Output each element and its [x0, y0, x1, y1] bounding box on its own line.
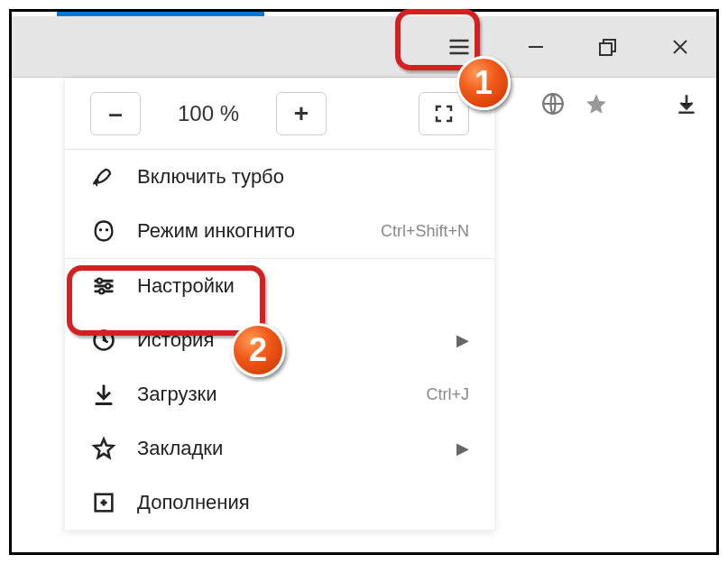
shortcut: Ctrl+J	[426, 385, 469, 404]
svg-point-3	[99, 228, 103, 232]
globe-icon[interactable]	[541, 92, 565, 119]
rocket-icon	[90, 163, 117, 190]
chevron-right-icon: ▶	[456, 439, 469, 458]
svg-rect-1	[600, 43, 612, 55]
close-icon	[669, 36, 691, 58]
fullscreen-button[interactable]	[419, 92, 469, 135]
menu-label: Загрузки	[137, 383, 406, 406]
bookmark-star-icon[interactable]	[585, 92, 608, 119]
menu-item-turbo[interactable]: Включить турбо	[65, 150, 494, 204]
zoom-level: 100 %	[150, 101, 267, 126]
history-icon	[90, 327, 117, 354]
minimize-icon	[525, 36, 547, 58]
menu-label: Включить турбо	[137, 165, 469, 189]
window-titlebar	[12, 16, 716, 78]
svg-point-6	[106, 283, 110, 288]
fullscreen-icon	[433, 103, 455, 125]
svg-point-7	[99, 289, 104, 293]
shortcut: Ctrl+Shift+N	[381, 222, 469, 241]
settings-icon	[90, 273, 117, 300]
menu-item-incognito[interactable]: Режим инкогнито Ctrl+Shift+N	[65, 204, 494, 258]
menu-label: Дополнения	[137, 491, 469, 514]
minimize-button[interactable]	[500, 16, 572, 78]
main-menu-dropdown: – 100 % + Включить турбо Режим инкогнито…	[64, 78, 495, 531]
star-icon	[90, 435, 117, 462]
zoom-out-button[interactable]: –	[90, 92, 141, 135]
maximize-button[interactable]	[572, 16, 644, 78]
menu-item-settings[interactable]: Настройки	[65, 259, 494, 313]
menu-label: Режим инкогнито	[137, 219, 361, 243]
incognito-icon	[90, 217, 117, 245]
menu-item-addons[interactable]: Дополнения	[65, 476, 494, 530]
menu-label: Настройки	[137, 274, 469, 298]
zoom-in-button[interactable]: +	[276, 92, 327, 135]
menu-item-downloads[interactable]: Загрузки Ctrl+J	[65, 367, 494, 421]
addons-icon	[90, 489, 117, 516]
menu-item-history[interactable]: История ▶	[65, 313, 494, 367]
zoom-controls: – 100 % +	[65, 79, 494, 149]
svg-point-4	[106, 228, 109, 232]
menu-label: Закладки	[137, 437, 437, 460]
svg-point-5	[97, 279, 102, 283]
download-icon	[90, 381, 117, 408]
download-icon[interactable]	[675, 92, 698, 119]
chevron-right-icon: ▶	[456, 330, 469, 350]
close-button[interactable]	[644, 16, 716, 78]
menu-label: История	[137, 328, 437, 352]
hamburger-icon	[447, 34, 472, 60]
menu-item-bookmarks[interactable]: Закладки ▶	[65, 421, 494, 476]
menu-button[interactable]	[423, 16, 495, 78]
maximize-icon	[597, 36, 619, 58]
